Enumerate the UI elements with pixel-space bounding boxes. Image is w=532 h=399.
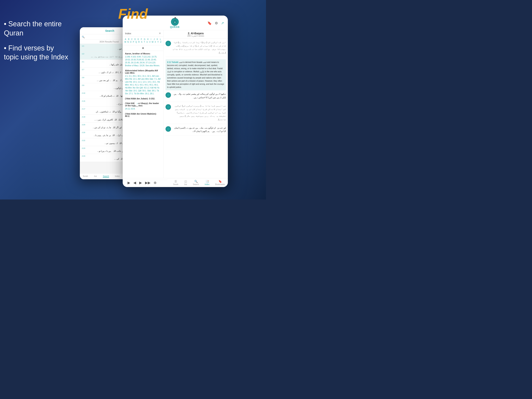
verse-list: اور کے لوگوں کو (نیک) اپنا کرنے رکھتا ہے… (164, 39, 228, 178)
alpha-W[interactable]: W (152, 41, 154, 43)
alpha-F[interactable]: F (140, 38, 143, 40)
alpha-T[interactable]: T (143, 41, 146, 43)
quran-text: QURAN (170, 26, 180, 28)
share-icon[interactable]: ↗ (221, 21, 224, 25)
nav-r-surah[interactable]: ☰ Surah (173, 180, 178, 186)
alpha-Y[interactable]: Y (157, 41, 159, 43)
index-close-button[interactable]: ✕ (159, 32, 161, 35)
nav-r-search[interactable]: 🔍 Search (193, 180, 199, 186)
top-bar-icons: 🔖 ⚙ ↗ (207, 21, 224, 25)
verse-item-2: دیکھو! انہیں لوگوں کو رسالت اور پیغمبر ت… (165, 92, 226, 102)
alpha-K[interactable]: K (156, 38, 158, 40)
nav-juz[interactable]: Juz (94, 175, 97, 178)
juz-nav-icon: ◫ (184, 180, 187, 183)
play-button[interactable]: ▶ (127, 180, 130, 185)
alpha-G[interactable]: G (143, 38, 146, 40)
entry-refs[interactable]: 2:248; 4:163; 6:84; 7:122,142; 10:75; 19… (125, 55, 161, 67)
bullet-text-1: • Search the entire Quran (4, 19, 70, 38)
index-entries-list: Aaron, brother of Moses: 2:248; 4:163; 6… (123, 51, 163, 178)
main-text-panel: 2. Al-Baqara الۡبَقَرة | 286 verses اور … (164, 30, 228, 178)
alpha-P[interactable]: P (133, 41, 134, 43)
nav-surah[interactable]: Surah (83, 175, 88, 178)
fast-forward-button[interactable]: ▶▶ (145, 180, 151, 185)
verse-item-3: جب انہیں کہا جاتا ہے (دوسرے لوگوں کو) لو… (165, 104, 226, 124)
surah-title: 2. Al-Baqara (166, 32, 226, 35)
alpha-B[interactable]: B (127, 38, 130, 40)
surah-nav-label: Surah (173, 183, 178, 186)
alpha-E[interactable]: E (137, 38, 139, 40)
right-tablet: Q QURAN 🔖 ⚙ ↗ Index ✕ (123, 16, 228, 187)
alpha-row-1: A B C D E F G H I J K L (124, 38, 162, 40)
nav-index[interactable]: Index (115, 175, 120, 178)
nav-r-bookmarks[interactable]: 🔖 Bookmarks (215, 180, 225, 186)
surah-nav-icon: ☰ (174, 180, 177, 183)
search-icon: 🔍 (82, 36, 85, 38)
alpha-L[interactable]: L (159, 38, 162, 40)
alpha-J[interactable]: J (153, 38, 155, 40)
bookmarks-nav-icon: 🔖 (218, 180, 222, 183)
alpha-H[interactable]: H (146, 38, 149, 40)
camera-dot (174, 17, 176, 19)
alpha-V[interactable]: V (149, 41, 151, 43)
verse-icon-2 (165, 92, 171, 98)
content-area: Index ✕ A B C D E F G H (123, 30, 228, 178)
verse-icon-4 (165, 126, 171, 132)
alpha-S[interactable]: S (141, 41, 143, 43)
right-tablet-bottom-nav: ▶ ◀ ▶ ▶▶ ⊕ ☰ Surah ◫ Juz 🔍 Search (123, 178, 228, 187)
search-nav-icon: 🔍 (194, 180, 198, 183)
alpha-M[interactable]: M (124, 41, 126, 43)
alpha-C[interactable]: C (131, 38, 133, 40)
section-letter: A (123, 45, 163, 51)
quran-emblem: Q (171, 18, 179, 26)
verse-text-3: جب انہیں کہا جاتا ہے (دوسرے لوگوں کو) لو… (172, 104, 226, 121)
entry-title: Aaron, brother of Moses: (125, 52, 161, 55)
verse-text-4: اور جب وہ ان لوگوں سے ملتے ہیں جنہوں نے … (172, 126, 226, 133)
verse-item-4: اور جب وہ ان لوگوں سے ملتے ہیں جنہوں نے … (165, 126, 226, 135)
verse-ref-highlight: 2:11 Tufsidû (167, 61, 178, 63)
share-action-icon[interactable]: ⊕ (154, 180, 157, 185)
alpha-Q[interactable]: Q (135, 41, 137, 43)
devices-container: Search ✕ 🔍 الف ✕ 3034 Results Found 1:1 … (68, 16, 266, 200)
bookmarks-nav-label: Bookmarks (215, 183, 225, 186)
entry-title: ('Abd Allâh ibn Ubayy), the leader of th… (125, 102, 161, 107)
nav-search[interactable]: Search (103, 175, 109, 178)
bookmark-icon[interactable]: 🔖 (207, 21, 212, 25)
nav-r-index[interactable]: 📑 Index (205, 180, 209, 186)
bullet-text-2: • Find verses by topic using the Index (4, 44, 70, 62)
surah-header: 2. Al-Baqara الۡبَقَرة | 286 verses (164, 30, 228, 39)
entry-refs[interactable]: 24:11; 63:8. (125, 107, 161, 110)
next-button[interactable]: ▶ (139, 180, 142, 185)
index-panel-title: Index (125, 32, 131, 35)
index-nav-icon: 📑 (205, 180, 209, 183)
alpha-X[interactable]: X (154, 41, 156, 43)
alpha-row-2: M N O P Q R S T U V W X Y (124, 41, 162, 43)
entry-title: ('Abd Allâh ibn Jubair): 3:152. (125, 97, 161, 100)
entry-title: ('Abd Allâh ibn Ummi Maktûm): 80:2. (125, 113, 161, 117)
alpha-Z[interactable]: Z (160, 41, 162, 43)
alpha-A[interactable]: A (124, 38, 127, 40)
alpha-N[interactable]: N (127, 41, 129, 43)
alphabet-grid: A B C D E F G H I J K L (123, 37, 163, 45)
surah-subtitle: الۡبَقَرة | 286 verses (166, 35, 226, 37)
alpha-I[interactable]: I (150, 38, 152, 40)
settings-icon[interactable]: ⚙ (215, 21, 218, 25)
index-entry-jubair: ('Abd Allâh ibn Jubair): 3:152. (125, 97, 161, 100)
quran-logo: Q QURAN (170, 18, 180, 28)
prev-button[interactable]: ◀ (133, 180, 136, 185)
alpha-O[interactable]: O (130, 41, 132, 43)
svg-text:Q: Q (174, 21, 175, 23)
entry-refs[interactable]: 2:1; 3:1; 29:1; 30:1; 31:1; 32:1. Alif L… (125, 75, 161, 95)
nav-r-juz[interactable]: ◫ Juz (184, 180, 187, 186)
alpha-U[interactable]: U (146, 41, 148, 43)
verse-item-1: اور کے لوگوں کو (نیک) اپنا کرنے رکھتا ہے… (165, 41, 226, 57)
alpha-R[interactable]: R (138, 41, 140, 43)
verse-text-1: اور کے لوگوں کو (نیک) اپنا کرنے رکھتا ہے… (172, 41, 226, 54)
verse-icon-1 (165, 41, 171, 46)
index-panel: Index ✕ A B C D E F G H (123, 30, 164, 178)
page-title: Find (118, 6, 148, 22)
left-content-area: • Search the entire Quran • Find verses … (4, 19, 70, 68)
alpha-D[interactable]: D (134, 38, 136, 40)
index-entry-maktum: ('Abd Allâh ibn Ummi Maktûm): 80:2. (125, 113, 161, 117)
verse-translation-highlight: 2:11 Tufsidû فَسَد is derived from fasad… (165, 59, 226, 90)
juz-nav-label: Juz (184, 183, 187, 186)
